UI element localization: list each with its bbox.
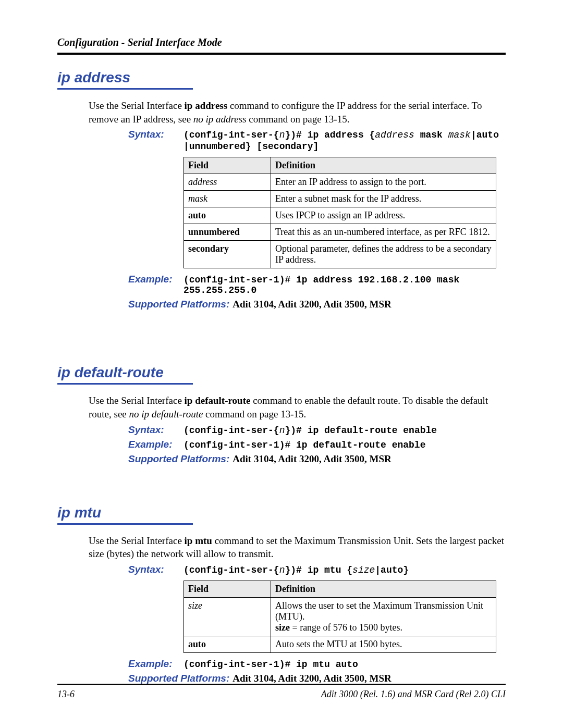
example-row-ip-address: Example: (config-int-ser-1)# ip address … [128, 274, 506, 295]
intro-pre: Use the Serial Interface [89, 395, 185, 406]
section-body-ip-default-route: Use the Serial Interface ip default-rout… [57, 394, 506, 464]
syntax-body: (config-int-ser-{n})# ip default-route e… [183, 424, 506, 436]
intro-pre: Use the Serial Interface [89, 535, 185, 546]
doc-title: Adit 3000 (Rel. 1.6) and MSR Card (Rel 2… [321, 689, 506, 700]
td-field: unnumbered [188, 227, 240, 237]
example-cmd: (config-int-ser-1)# ip default-route ena… [183, 440, 506, 450]
syntax-a: (config-int-ser-{ [183, 565, 279, 575]
td-field: auto [188, 639, 206, 649]
td-def: Auto sets the MTU at 1500 bytes. [271, 636, 496, 652]
th-def: Definition [271, 157, 496, 174]
syntax-l2: |unnumbered} [secondary] [183, 141, 319, 152]
intro-link-italic: no ip address [193, 114, 247, 125]
syntax-b: })# ip default-route enable [285, 425, 437, 436]
platforms-label: Supported Platforms: [128, 453, 229, 465]
syntax-body: (config-int-ser-{n})# ip address {addres… [183, 129, 506, 152]
syntax-row-ip-address: Syntax: (config-int-ser-{n})# ip address… [128, 129, 506, 152]
table-row: mask Enter a subnet mask for the IP addr… [184, 191, 496, 207]
table-row: unnumbered Treat this as an un-numbered … [184, 224, 496, 241]
page: Configuration - Serial Interface Mode ip… [0, 0, 563, 728]
example-cmd: (config-int-ser-1)# ip address 192.168.2… [183, 275, 506, 295]
example-label: Example: [128, 274, 176, 285]
platforms-value: Adit 3104, Adit 3200, Adit 3500, MSR [232, 673, 391, 684]
intro-cmd-bold: ip address [185, 100, 228, 111]
intro-post: command on page 13-15. [247, 114, 350, 125]
section-title-ip-address: ip address [57, 69, 506, 86]
platforms-label: Supported Platforms: [128, 299, 229, 310]
intro-cmd-bold: ip default-route [185, 395, 251, 406]
syntax-label: Syntax: [128, 424, 176, 436]
syntax-row-ip-mtu: Syntax: (config-int-ser-{n})# ip mtu {si… [128, 564, 506, 575]
syntax-l1-n: n [279, 130, 285, 140]
example-row-ip-default-route: Example: (config-int-ser-1)# ip default-… [128, 439, 506, 450]
td-def: Treat this as an un-numbered interface, … [271, 224, 496, 241]
table-row: auto Auto sets the MTU at 1500 bytes. [184, 636, 496, 652]
section-rule-ip-default-route [57, 383, 193, 385]
field-table-ip-mtu: Field Definition size Allows the user to… [183, 581, 496, 653]
syntax-l1-c: mask [414, 130, 448, 140]
td-def: Optional parameter, defines the address … [271, 241, 496, 268]
section-title-ip-mtu: ip mtu [57, 504, 506, 521]
intro-pre: Use the Serial Interface [89, 100, 185, 111]
intro-ip-default-route: Use the Serial Interface ip default-rout… [89, 394, 506, 421]
intro-ip-address: Use the Serial Interface ip address comm… [89, 99, 506, 126]
example-row-ip-mtu: Example: (config-int-ser-1)# ip mtu auto [128, 658, 506, 670]
platforms-label: Supported Platforms: [128, 673, 229, 684]
syntax-label: Syntax: [128, 564, 176, 575]
section-body-ip-mtu: Use the Serial Interface ip mtu command … [57, 534, 506, 684]
td-def-size-bold: size [275, 622, 290, 633]
intro-ip-mtu: Use the Serial Interface ip mtu command … [89, 534, 506, 561]
section-title-ip-default-route: ip default-route [57, 364, 506, 381]
platforms-row-ip-mtu: Supported Platforms: Adit 3104, Adit 320… [128, 673, 506, 684]
platforms-row-ip-default-route: Supported Platforms: Adit 3104, Adit 320… [128, 453, 506, 465]
footer-rule [57, 684, 506, 685]
syntax-b: })# ip mtu { [285, 565, 352, 575]
header-rule [57, 53, 506, 55]
td-def-pre: Auto sets the MTU at 1500 bytes. [275, 639, 402, 649]
syntax-l1-b: })# ip address { [285, 130, 375, 140]
syntax-l1-a: (config-int-ser-{ [183, 130, 279, 140]
syntax-size: size [352, 565, 375, 575]
section-rule-ip-address [57, 88, 193, 90]
td-def-post: = range of 576 to 1500 bytes. [290, 622, 402, 633]
syntax-l1-mask: mask [448, 130, 471, 140]
td-def: Enter an IP address to assign to the por… [271, 174, 496, 191]
table-row: auto Uses IPCP to assign an IP address. [184, 207, 496, 224]
th-field: Field [184, 157, 271, 174]
td-def-pre: Allows the user to set the Maximum Trans… [275, 600, 483, 622]
platforms-value: Adit 3104, Adit 3200, Adit 3500, MSR [232, 299, 391, 310]
td-field: mask [188, 193, 207, 204]
td-def: Enter a subnet mask for the IP address. [271, 191, 496, 207]
syntax-n: n [279, 565, 285, 575]
platforms-row-ip-address: Supported Platforms: Adit 3104, Adit 320… [128, 299, 506, 310]
syntax-l1-d: |auto [471, 130, 499, 140]
td-field: secondary [188, 243, 229, 254]
section-body-ip-address: Use the Serial Interface ip address comm… [57, 99, 506, 310]
field-table-ip-address: Field Definition address Enter an IP add… [183, 157, 496, 268]
example-cmd: (config-int-ser-1)# ip mtu auto [183, 659, 506, 670]
syntax-a: (config-int-ser-{ [183, 425, 279, 436]
th-def: Definition [271, 581, 496, 597]
intro-cmd-bold: ip mtu [185, 535, 212, 546]
td-def: Allows the user to set the Maximum Trans… [271, 597, 496, 636]
intro-post: command on page 13-15. [203, 409, 306, 419]
page-number: 13-6 [57, 689, 75, 700]
section-rule-ip-mtu [57, 523, 193, 525]
td-field: auto [188, 210, 206, 220]
syntax-n: n [279, 425, 285, 436]
table-row: size Allows the user to set the Maximum … [184, 597, 496, 636]
table-row: address Enter an IP address to assign to… [184, 174, 496, 191]
syntax-label: Syntax: [128, 129, 176, 140]
td-field: size [188, 600, 202, 611]
page-footer: 13-6 Adit 3000 (Rel. 1.6) and MSR Card (… [57, 684, 506, 700]
syntax-body: (config-int-ser-{n})# ip mtu {size|auto} [183, 564, 506, 575]
running-header: Configuration - Serial Interface Mode [57, 36, 506, 48]
td-field: address [188, 177, 217, 187]
syntax-c: |auto} [375, 565, 409, 575]
syntax-l1-addr: address [375, 130, 414, 140]
intro-link-italic: no ip default-route [129, 409, 203, 419]
td-def: Uses IPCP to assign an IP address. [271, 207, 496, 224]
platforms-value: Adit 3104, Adit 3200, Adit 3500, MSR [232, 453, 391, 465]
syntax-row-ip-default-route: Syntax: (config-int-ser-{n})# ip default… [128, 424, 506, 436]
example-label: Example: [128, 658, 176, 670]
